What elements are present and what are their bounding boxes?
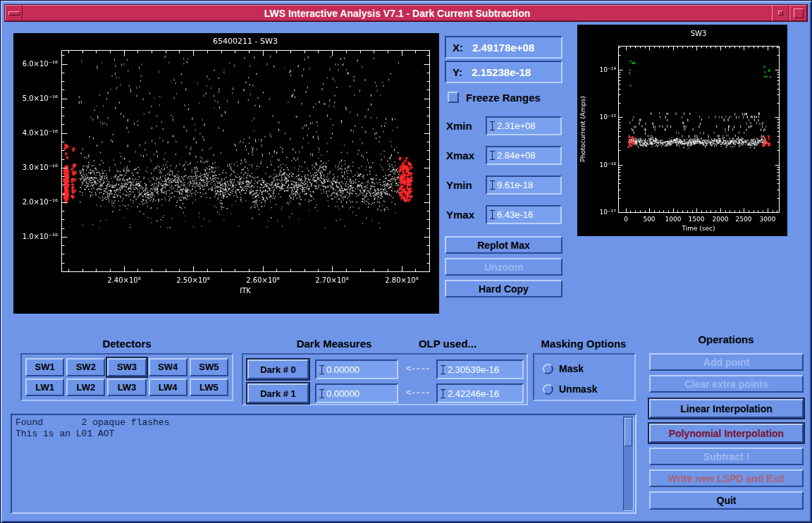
dark-1-entry[interactable]: 0.00000 [315, 383, 398, 403]
dark-measures-group: Dark # 0 0.00000 <---- 2.30539e-16 Dark … [242, 353, 528, 405]
write-new-lspd-exit-button: Write new LSPD and Exit [649, 469, 804, 487]
log-line-2: This is an L01 AOT [12, 429, 635, 440]
dark-1-arrow: <---- [402, 383, 433, 403]
dark-0-olp-value-field: 2.30539e-16 [436, 359, 524, 379]
text-cursor-icon [490, 180, 495, 190]
main-plot-canvas[interactable] [13, 33, 439, 314]
detector-button-sw3[interactable]: SW3 [107, 358, 146, 376]
linear-interpolation-button[interactable]: Linear Interpolation [649, 399, 804, 418]
mask-radio[interactable] [543, 364, 553, 374]
masking-options-heading: Masking Options [527, 338, 640, 350]
xmin-label: Xmin [446, 116, 483, 135]
unmask-radio[interactable] [543, 384, 553, 395]
text-cursor-icon [441, 365, 445, 374]
add-point-button: Add point [649, 353, 804, 371]
dark-1-entry-value: 0.00000 [326, 388, 359, 399]
main-plot-panel [13, 33, 439, 314]
detector-button-lw4[interactable]: LW4 [149, 379, 187, 397]
ymin-value: 9.61e-18 [497, 180, 533, 190]
detectors-group: SW1 SW2 SW3 SW4 SW5 LW1 LW2 LW3 LW4 LW5 [20, 353, 233, 401]
freeze-ranges-label: Freeze Ranges [466, 92, 541, 104]
window-menu-icon [8, 11, 20, 16]
dark-0-entry-value: 0.00000 [326, 364, 359, 375]
xmax-field[interactable]: 2.84e+08 [486, 146, 562, 165]
window-title: LWS Interactive Analysis V7.1 - Dark Cur… [23, 5, 772, 21]
ymin-field[interactable]: 9.61e-18 [486, 176, 562, 195]
message-log[interactable]: Found 2 opaque flashes This is an L01 AO… [11, 414, 636, 514]
detector-button-sw4[interactable]: SW4 [149, 358, 187, 376]
dark-0-button[interactable]: Dark # 0 [247, 359, 309, 379]
log-line-1: Found 2 opaque flashes [12, 415, 635, 429]
operations-heading: Operations [670, 333, 782, 345]
quit-button[interactable]: Quit [649, 491, 804, 510]
minimize-icon [778, 11, 783, 16]
detectors-grid: SW1 SW2 SW3 SW4 SW5 LW1 LW2 LW3 LW4 LW5 [23, 356, 230, 398]
detector-button-sw2[interactable]: SW2 [66, 358, 105, 376]
cursor-x-label: X: [453, 42, 463, 54]
xmin-value: 2.31e+08 [497, 121, 536, 131]
dark-1-olp-value-field: 2.42246e-16 [436, 383, 524, 403]
olp-used-heading: OLP used... [395, 338, 500, 350]
freeze-ranges-checkbox[interactable] [448, 92, 459, 103]
ymax-value: 6.43e-16 [497, 209, 533, 220]
cursor-y-readout: Y: 2.15238e-18 [445, 61, 562, 83]
hard-copy-button[interactable]: Hard Copy [445, 280, 562, 297]
xmin-field[interactable]: 2.31e+08 [486, 116, 562, 135]
mask-option-row: Mask [543, 362, 584, 375]
unmask-radio-label: Unmask [559, 383, 597, 395]
detector-button-lw5[interactable]: LW5 [190, 379, 228, 397]
detector-button-sw1[interactable]: SW1 [25, 358, 64, 376]
dark-1-olp-value: 2.42246e-16 [448, 388, 499, 399]
ymin-label: Ymin [446, 176, 483, 195]
window-menu-button[interactable] [5, 5, 23, 21]
detector-button-lw1[interactable]: LW1 [25, 379, 64, 397]
dark-0-arrow: <---- [402, 359, 433, 379]
cursor-x-value: 2.49178e+08 [472, 42, 534, 54]
polynomial-interpolation-button[interactable]: Polynomial Interpolation [649, 424, 804, 443]
detector-button-lw3[interactable]: LW3 [107, 379, 146, 397]
detector-button-lw2[interactable]: LW2 [66, 379, 105, 397]
text-cursor-icon [490, 210, 495, 219]
minimize-button[interactable] [772, 5, 789, 21]
app-window: LWS Interactive Analysis V7.1 - Dark Cur… [0, 0, 812, 523]
log-scrollbar[interactable] [623, 417, 634, 511]
cursor-y-label: Y: [453, 66, 462, 78]
dark-1-button[interactable]: Dark # 1 [247, 383, 309, 403]
clear-extra-points-button: Clear extra points [649, 375, 804, 393]
dark-measures-heading: Dark Measures [278, 338, 390, 350]
text-cursor-icon [319, 365, 324, 374]
subtract-button: Subtract ! [649, 448, 804, 465]
log-scrollbar-thumb[interactable] [625, 418, 632, 446]
masking-options-group: Mask Unmask [533, 353, 636, 401]
freeze-ranges-row: Freeze Ranges [448, 90, 541, 104]
overview-plot-canvas [577, 25, 787, 236]
dark-0-olp-value: 2.30539e-16 [448, 364, 499, 375]
mask-radio-label: Mask [559, 363, 584, 374]
ymax-field[interactable]: 6.43e-16 [486, 205, 562, 224]
ymax-label: Ymax [446, 205, 483, 224]
unzoom-button: Unzoom [445, 258, 562, 276]
text-cursor-icon [441, 389, 445, 398]
overview-plot-panel [577, 25, 787, 236]
text-cursor-icon [490, 121, 495, 130]
replot-max-button[interactable]: Replot Max [445, 236, 562, 254]
text-cursor-icon [490, 151, 495, 160]
titlebar: LWS Interactive Analysis V7.1 - Dark Cur… [4, 4, 808, 22]
detector-button-sw5[interactable]: SW5 [190, 358, 228, 376]
cursor-x-readout: X: 2.49178e+08 [445, 36, 562, 59]
xmax-label: Xmax [446, 146, 483, 165]
text-cursor-icon [319, 389, 324, 398]
maximize-button[interactable] [789, 5, 807, 21]
unmask-option-row: Unmask [543, 383, 597, 395]
detectors-heading: Detectors [70, 338, 183, 350]
maximize-icon [794, 8, 804, 18]
dark-0-entry[interactable]: 0.00000 [315, 359, 398, 379]
cursor-y-value: 2.15238e-18 [472, 66, 531, 78]
xmax-value: 2.84e+08 [497, 150, 536, 161]
